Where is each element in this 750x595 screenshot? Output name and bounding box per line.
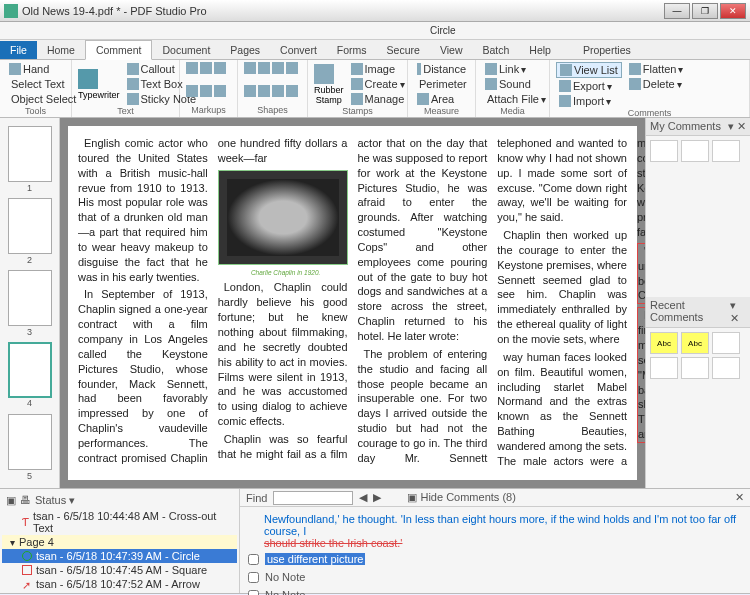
circle-icon[interactable] <box>244 62 256 74</box>
comment-preset[interactable] <box>712 140 740 162</box>
import-icon <box>559 95 571 107</box>
document-viewport[interactable]: English comic actor who toured the Unite… <box>60 118 645 488</box>
tab-batch[interactable]: Batch <box>472 41 519 59</box>
comment-preset[interactable] <box>681 140 709 162</box>
status-dropdown[interactable]: Status ▾ <box>35 494 75 507</box>
perimeter-tool[interactable]: Perimeter <box>414 77 469 91</box>
delete-button[interactable]: Delete ▾ <box>626 77 687 91</box>
arrow-shape-icon: ➚ <box>22 579 32 589</box>
annotation-square-2[interactable]: He was fascinated to find that movies we… <box>637 307 645 443</box>
page-thumb-4[interactable] <box>8 342 52 398</box>
panel-menu-icon[interactable]: ▾ ✕ <box>728 120 746 133</box>
typewriter-tool[interactable]: Typewriter <box>78 90 120 100</box>
replace-icon[interactable] <box>214 85 226 97</box>
maximize-button[interactable]: ❐ <box>692 3 718 19</box>
thumbnail-panel <box>0 118 60 488</box>
flatten-button[interactable]: Flatten ▾ <box>626 62 687 76</box>
recent-highlight[interactable]: Abc <box>650 332 678 354</box>
recent-comment[interactable] <box>681 357 709 379</box>
comment-note-selected[interactable]: use different picture <box>265 553 365 565</box>
tab-help[interactable]: Help <box>519 41 561 59</box>
context-bar: Circle <box>0 22 750 40</box>
select-text-tool[interactable]: Select Text <box>6 77 65 91</box>
line-icon[interactable] <box>272 62 284 74</box>
attach-tool[interactable]: Attach File ▾ <box>482 92 543 106</box>
group-label-text: Text <box>78 106 173 116</box>
delete-icon <box>629 78 641 90</box>
link-tool[interactable]: Link ▾ <box>482 62 543 76</box>
polygon-icon[interactable] <box>244 85 256 97</box>
rubber-stamp-tool[interactable]: Rubber Stamp <box>314 85 344 105</box>
tab-convert[interactable]: Convert <box>270 41 327 59</box>
find-prev[interactable]: ◀ <box>359 491 367 504</box>
list-icon <box>560 64 572 76</box>
sound-tool[interactable]: Sound <box>482 77 543 91</box>
group-label-stamps: Stamps <box>314 106 401 116</box>
comment-item[interactable]: tsan - 6/5/18 10:47:45 AM - Square <box>2 563 237 577</box>
flatten-icon <box>629 63 641 75</box>
tab-forms[interactable]: Forms <box>327 41 377 59</box>
sticky-icon <box>127 93 139 105</box>
tab-secure[interactable]: Secure <box>377 41 430 59</box>
comment-preset[interactable] <box>650 140 678 162</box>
import-button[interactable]: Import ▾ <box>556 94 622 108</box>
comment-item[interactable]: Ƭtsan - 6/5/18 10:44:48 AM - Cross-out T… <box>2 509 237 535</box>
polyline-icon[interactable] <box>272 85 284 97</box>
area-tool[interactable]: Area <box>414 92 469 106</box>
tab-file[interactable]: File <box>0 41 37 59</box>
comment-item[interactable]: ➚tsan - 6/5/18 10:47:52 AM - Arrow <box>2 577 237 591</box>
insert-icon[interactable] <box>200 85 212 97</box>
recent-comment[interactable] <box>712 332 740 354</box>
export-button[interactable]: Export ▾ <box>556 79 622 93</box>
page-thumb-2[interactable] <box>8 198 52 254</box>
app-icon <box>4 4 18 18</box>
expand-icon[interactable]: ▣ <box>6 494 16 507</box>
tab-properties[interactable]: Properties <box>573 41 641 59</box>
distance-tool[interactable]: Distance <box>414 62 469 76</box>
callout-icon <box>127 63 139 75</box>
image-stamp[interactable]: Image <box>348 62 408 76</box>
underline-icon[interactable] <box>200 62 212 74</box>
panel-menu-icon[interactable]: ▾ ✕ <box>730 299 746 325</box>
hide-comments-toggle[interactable]: ▣ Hide Comments (8) <box>407 491 515 504</box>
view-list-button[interactable]: View List <box>556 62 622 78</box>
highlight-icon[interactable] <box>186 62 198 74</box>
print-icon[interactable]: 🖶 <box>20 494 31 506</box>
find-next[interactable]: ▶ <box>373 491 381 504</box>
typewriter-icon <box>78 69 98 89</box>
page-thumb-3[interactable] <box>8 270 52 326</box>
tab-pages[interactable]: Pages <box>220 41 270 59</box>
recent-comment[interactable] <box>712 357 740 379</box>
arrow-icon[interactable] <box>286 62 298 74</box>
close-button[interactable]: ✕ <box>720 3 746 19</box>
page-group[interactable]: ▾ Page 4 <box>2 535 237 549</box>
recent-highlight[interactable]: Abc <box>681 332 709 354</box>
tab-comment[interactable]: Comment <box>85 40 153 60</box>
strikeout-icon[interactable] <box>214 62 226 74</box>
cloud-icon[interactable] <box>258 85 270 97</box>
pencil-icon[interactable] <box>286 85 298 97</box>
create-stamp[interactable]: Create ▾ <box>348 77 408 91</box>
comment-checkbox[interactable] <box>248 572 259 583</box>
comment-checkbox[interactable] <box>248 554 259 565</box>
square-icon[interactable] <box>258 62 270 74</box>
comment-checkbox[interactable] <box>248 590 259 596</box>
page-thumb-1[interactable] <box>8 126 52 182</box>
tab-home[interactable]: Home <box>37 41 85 59</box>
window-title: Old News 19-4.pdf * - PDF Studio Pro <box>22 5 662 17</box>
find-input[interactable] <box>273 491 353 505</box>
page-thumb-5[interactable] <box>8 414 52 470</box>
recent-comment[interactable] <box>650 357 678 379</box>
comment-item-selected[interactable]: tsan - 6/5/18 10:47:39 AM - Circle <box>2 549 237 563</box>
squiggly-icon[interactable] <box>186 85 198 97</box>
annotation-square[interactable]: "It was a strange and unique atmosphere … <box>637 243 645 304</box>
mycomments-header: My Comments <box>650 120 721 133</box>
close-comments-panel[interactable]: ✕ <box>735 491 744 504</box>
tab-view[interactable]: View <box>430 41 473 59</box>
object-select-tool[interactable]: Object Select <box>6 92 65 106</box>
page-content: English comic actor who toured the Unite… <box>68 126 637 480</box>
manage-stamp[interactable]: Manage <box>348 92 408 106</box>
hand-tool[interactable]: Hand <box>6 62 65 76</box>
tab-document[interactable]: Document <box>152 41 220 59</box>
minimize-button[interactable]: — <box>664 3 690 19</box>
